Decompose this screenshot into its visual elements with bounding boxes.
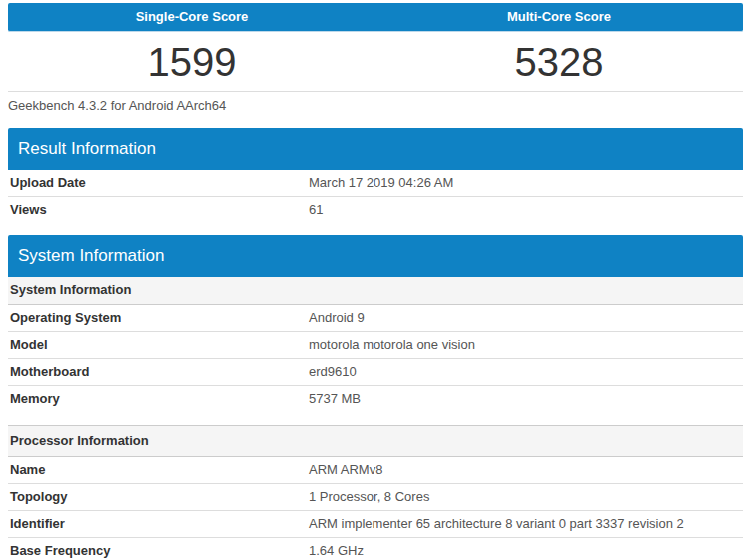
row-label: Memory [8, 386, 307, 413]
single-core-score-header: Single-Core Score [8, 3, 375, 31]
table-row: Topology 1 Processor, 8 Cores [8, 484, 743, 511]
row-value: 1.64 GHz [307, 538, 743, 560]
table-subheader-row: System Information [8, 277, 743, 305]
system-table-subheader: System Information [8, 277, 743, 305]
score-values: 1599 5328 [8, 32, 743, 91]
row-value: erd9610 [307, 359, 743, 386]
table-row: Base Frequency 1.64 GHz [8, 538, 743, 560]
table-row: Views 61 [8, 197, 743, 224]
table-row: Name ARM ARMv8 [8, 457, 743, 484]
system-information-heading: System Information [8, 235, 743, 277]
multi-core-score-value: 5328 [375, 42, 743, 82]
row-label: Upload Date [8, 170, 307, 197]
row-value: 61 [307, 197, 743, 224]
row-value: 1 Processor, 8 Cores [307, 484, 743, 511]
table-row: Identifier ARM implementer 65 architectu… [8, 511, 743, 538]
row-label: Model [8, 332, 307, 359]
row-label: Operating System [8, 305, 307, 332]
processor-table-subheader: Processor Information [8, 426, 743, 457]
benchmark-version-caption: Geekbench 4.3.2 for Android AArch64 [8, 98, 743, 113]
table-row: Motherboard erd9610 [8, 359, 743, 386]
row-label: Views [8, 197, 307, 224]
system-information-panel: System Information System Information Op… [8, 235, 743, 560]
row-value: Android 9 [307, 305, 743, 332]
row-label: Identifier [8, 511, 307, 538]
score-banner: Single-Core Score Multi-Core Score [8, 3, 743, 32]
multi-core-score-header: Multi-Core Score [375, 3, 743, 31]
row-value: March 17 2019 04:26 AM [307, 170, 743, 197]
row-value: motorola motorola one vision [307, 332, 743, 359]
table-row: Model motorola motorola one vision [8, 332, 743, 359]
single-core-score-value: 1599 [8, 42, 375, 82]
geekbench-result-page: Single-Core Score Multi-Core Score 1599 … [8, 3, 743, 560]
result-information-table: Upload Date March 17 2019 04:26 AM Views… [8, 170, 743, 223]
table-row: Memory 5737 MB [8, 386, 743, 413]
processor-information-table: Processor Information Name ARM ARMv8 Top… [8, 425, 743, 560]
row-value: 5737 MB [307, 386, 743, 413]
result-information-panel: Result Information Upload Date March 17 … [8, 128, 743, 223]
row-label: Name [8, 457, 307, 484]
row-value: ARM ARMv8 [307, 457, 743, 484]
system-information-table: System Information Operating System Andr… [8, 277, 743, 412]
row-value: ARM implementer 65 architecture 8 varian… [307, 511, 743, 538]
score-divider [8, 91, 743, 92]
table-subheader-row: Processor Information [8, 426, 743, 457]
table-row: Upload Date March 17 2019 04:26 AM [8, 170, 743, 197]
result-information-heading: Result Information [8, 128, 743, 170]
table-row: Operating System Android 9 [8, 305, 743, 332]
row-label: Topology [8, 484, 307, 511]
row-label: Motherboard [8, 359, 307, 386]
row-label: Base Frequency [8, 538, 307, 560]
